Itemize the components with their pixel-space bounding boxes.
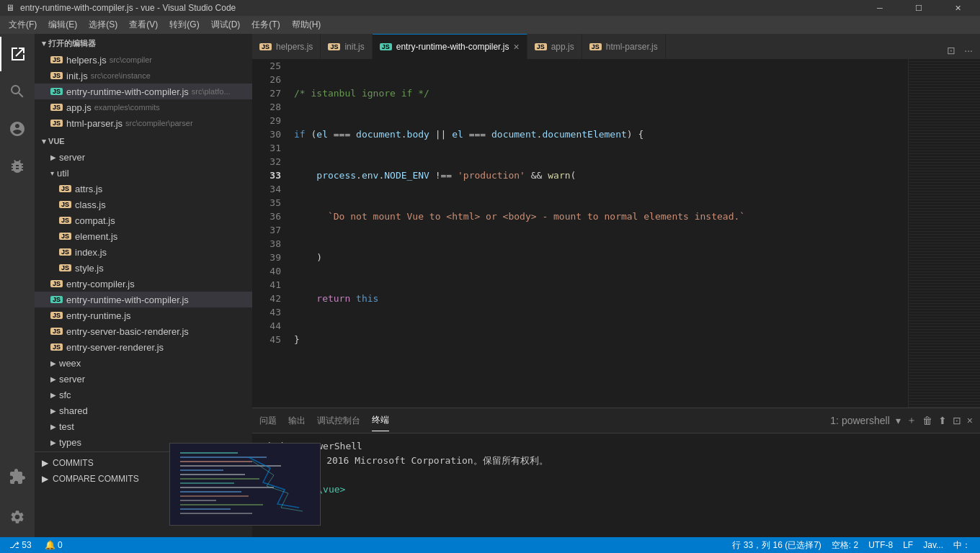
tab-label: app.js: [551, 42, 574, 52]
file-entry-runtime[interactable]: JS entry-runtime.js: [35, 307, 252, 323]
expand-icon: ▶: [42, 474, 48, 484]
menu-file[interactable]: 文件(F): [3, 17, 43, 32]
tab-html-parser[interactable]: JS html-parser.js: [582, 34, 666, 59]
status-position[interactable]: 行 33，列 16 (已选择7): [730, 539, 823, 552]
more-tabs-icon[interactable]: ···: [961, 42, 976, 59]
status-language[interactable]: Jav...: [921, 540, 945, 550]
file-entry-runtime-compiler[interactable]: JS entry-runtime-with-compiler.js: [35, 292, 252, 307]
activity-search[interactable]: [0, 74, 35, 109]
file-attrs[interactable]: JS attrs.js: [35, 181, 252, 197]
panel-close-icon[interactable]: ×: [967, 415, 973, 426]
terminal-dropdown[interactable]: ▾: [896, 415, 901, 426]
filename: entry-runtime-with-compiler.js: [66, 86, 189, 97]
js-badge: JS: [50, 343, 63, 351]
js-badge: JS: [50, 120, 63, 127]
status-line-ending[interactable]: LF: [901, 540, 915, 550]
filename: entry-runtime-with-compiler.js: [66, 295, 189, 305]
svg-rect-10: [180, 474, 245, 475]
file-compat[interactable]: JS compat.js: [35, 212, 252, 228]
kill-terminal-icon[interactable]: 🗑: [922, 415, 932, 426]
folder-util[interactable]: ▾ util: [35, 165, 252, 181]
svg-rect-19: [180, 513, 252, 514]
terminal-content[interactable]: Windows PowerShell 版权所有 (C) 2016 Microso…: [252, 433, 980, 537]
tab-entry-runtime[interactable]: JS entry-runtime-with-compiler.js ×: [373, 34, 527, 59]
folder-shared[interactable]: ▶ shared: [35, 403, 252, 418]
git-commits-label: COMMITS: [53, 458, 94, 468]
activity-extensions[interactable]: [0, 459, 35, 494]
tab-app[interactable]: JS app.js: [527, 34, 582, 59]
menu-select[interactable]: 选择(S): [83, 17, 123, 32]
folder-name: test: [59, 421, 74, 432]
tab-label: entry-runtime-with-compiler.js: [396, 42, 509, 52]
filename: entry-server-basic-renderer.js: [66, 326, 189, 337]
filepath: src\compiler: [110, 55, 152, 64]
minimize-button[interactable]: ─: [863, 0, 896, 16]
open-file-entry-runtime[interactable]: JS entry-runtime-with-compiler.js src\pl…: [35, 84, 252, 99]
js-badge: JS: [50, 328, 63, 335]
folder-sfc[interactable]: ▶ sfc: [35, 387, 252, 403]
code-content[interactable]: /* istanbul ignore if */ if (el === docu…: [288, 59, 908, 408]
status-git[interactable]: ⎇ 53: [7, 540, 34, 550]
status-ime[interactable]: 中：: [951, 539, 973, 552]
activity-settings[interactable]: [0, 500, 35, 534]
menu-edit[interactable]: 编辑(E): [43, 17, 83, 32]
folder-server[interactable]: ▶ server: [35, 149, 252, 165]
activity-debug[interactable]: [0, 149, 35, 184]
menu-view[interactable]: 查看(V): [123, 17, 164, 32]
open-file-app[interactable]: JS app.js examples\commits: [35, 99, 252, 115]
editor-area: JS helpers.js JS init.js JS entry-runtim…: [252, 34, 980, 537]
menu-tasks[interactable]: 任务(T): [246, 17, 285, 32]
activity-bar: [0, 34, 35, 537]
panel-tab-problems[interactable]: 问题: [259, 410, 277, 431]
status-spaces[interactable]: 空格: 2: [829, 539, 860, 552]
split-editor-icon[interactable]: ⊡: [944, 42, 958, 59]
folder-test[interactable]: ▶ test: [35, 418, 252, 434]
tab-helpers[interactable]: JS helpers.js: [252, 34, 321, 59]
file-entry-compiler[interactable]: JS entry-compiler.js: [35, 276, 252, 292]
terminal-prompt: PS D:\node\vue>: [261, 482, 971, 497]
filepath: src\core\instance: [91, 71, 151, 80]
tab-close-button[interactable]: ×: [513, 41, 519, 53]
menu-help[interactable]: 帮助(H): [286, 17, 327, 32]
close-button[interactable]: ✕: [941, 0, 974, 16]
folder-name: shared: [59, 405, 88, 416]
folder-weex[interactable]: ▶ weex: [35, 355, 252, 371]
file-index[interactable]: JS index.js: [35, 244, 252, 260]
status-encoding[interactable]: UTF-8: [866, 540, 895, 550]
js-badge: JS: [589, 43, 602, 50]
panel-tab-output[interactable]: 输出: [288, 410, 306, 431]
file-class[interactable]: JS class.js: [35, 197, 252, 212]
open-editors-header[interactable]: ▾ 打开的编辑器: [35, 34, 252, 52]
status-errors[interactable]: 🔔 0: [43, 540, 65, 550]
vue-tree-section: ▾ VUE ▶ server ▾ util JS attrs.js JS cla…: [35, 132, 252, 450]
vue-section-title: ▾ VUE: [42, 137, 65, 146]
vue-section-header[interactable]: ▾ VUE: [35, 132, 252, 149]
file-style[interactable]: JS style.js: [35, 260, 252, 276]
file-element[interactable]: JS element.js: [35, 228, 252, 244]
svg-rect-6: [180, 457, 267, 458]
panel-tab-terminal[interactable]: 终端: [372, 410, 389, 431]
folder-server2[interactable]: ▶ server: [35, 371, 252, 387]
menu-debug[interactable]: 调试(D): [205, 17, 246, 32]
js-badge: JS: [50, 88, 63, 95]
panel-split-icon[interactable]: ⊡: [953, 415, 961, 426]
menu-goto[interactable]: 转到(G): [164, 17, 205, 32]
panel-maximize-icon[interactable]: ⬆: [938, 415, 947, 426]
open-file-helpers[interactable]: JS helpers.js src\compiler: [35, 52, 252, 68]
filename: entry-server-renderer.js: [66, 342, 164, 353]
open-file-html-parser[interactable]: JS html-parser.js src\compiler\parser: [35, 115, 252, 131]
tab-init[interactable]: JS init.js: [321, 34, 372, 59]
activity-explorer[interactable]: [0, 37, 35, 71]
open-file-init[interactable]: JS init.js src\core\instance: [35, 68, 252, 84]
terminal-line: 版权所有 (C) 2016 Microsoft Corporation。保留所有…: [261, 454, 971, 468]
file-entry-server-renderer[interactable]: JS entry-server-renderer.js: [35, 339, 252, 355]
activity-git[interactable]: [0, 112, 35, 146]
collapse-arrow: ▶: [50, 439, 56, 446]
status-right: 行 33，列 16 (已选择7) 空格: 2 UTF-8 LF Jav... 中…: [730, 539, 973, 552]
maximize-button[interactable]: ☐: [902, 0, 935, 16]
svg-rect-17: [180, 504, 263, 505]
panel-tab-debug-console[interactable]: 调试控制台: [317, 410, 360, 431]
minimap[interactable]: [908, 59, 980, 408]
new-terminal-icon[interactable]: ＋: [906, 414, 917, 427]
file-entry-server-basic[interactable]: JS entry-server-basic-renderer.js: [35, 323, 252, 339]
